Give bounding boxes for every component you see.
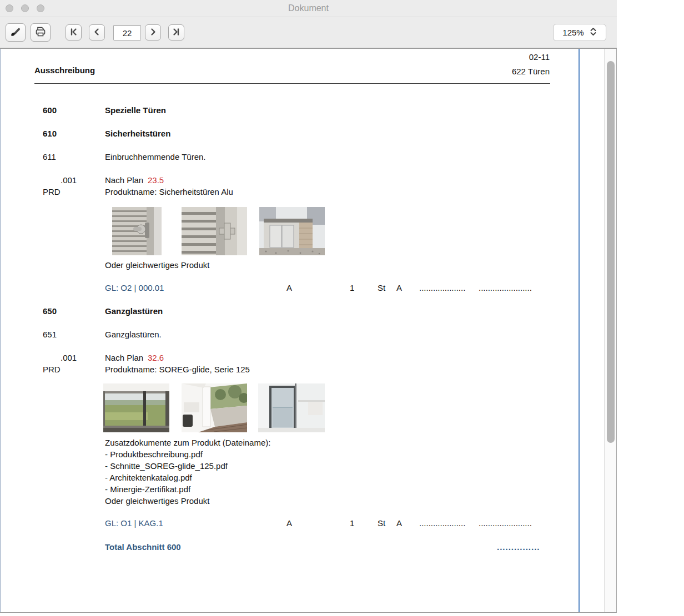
plan-reference: 32.6 bbox=[148, 353, 164, 362]
product-photo bbox=[112, 207, 162, 255]
last-page-icon bbox=[172, 27, 181, 38]
subposition-row: .001 Nach Plan 23.5 bbox=[1, 175, 579, 185]
gl-quantity: 1 bbox=[350, 283, 354, 292]
document-viewer-window: Dokument bbox=[0, 0, 617, 614]
section-total-dots: ............... bbox=[497, 542, 540, 552]
section-code: 610 bbox=[43, 129, 57, 138]
doc-file-row: - Produktbeschreibung.pdf bbox=[1, 450, 579, 460]
unit-price-dots: .................... bbox=[419, 283, 465, 292]
position-title: Ganzglastüren. bbox=[105, 330, 162, 339]
prd-label: PRD bbox=[43, 365, 61, 374]
section-code: 650 bbox=[43, 306, 57, 316]
previous-page-button[interactable] bbox=[89, 24, 105, 41]
section-title: Ganzglastüren bbox=[105, 306, 163, 316]
product-name: Produktname: Sicherheitstüren Alu bbox=[105, 187, 233, 196]
gl-col-a2: A bbox=[396, 518, 402, 528]
titlebar: Dokument bbox=[0, 0, 617, 17]
total-price-dots: ....................... bbox=[479, 518, 532, 528]
toolbar: 125% bbox=[0, 17, 617, 49]
section-code: 600 bbox=[43, 105, 57, 115]
stepper-up-down-icon bbox=[590, 27, 597, 38]
product-photo bbox=[103, 383, 169, 432]
printer-icon bbox=[34, 26, 47, 39]
section-total-label: Total Abschnitt 600 bbox=[105, 542, 181, 552]
chevron-right-icon bbox=[148, 27, 158, 38]
product-name: Produktname: SOREG-glide, Serie 125 bbox=[105, 365, 250, 374]
document-viewport: 02-11 622 Türen Ausschreibung 600 Spezie… bbox=[0, 49, 617, 613]
zoom-level-stepper[interactable]: 125% bbox=[553, 24, 606, 41]
plan-label: Nach Plan bbox=[105, 175, 143, 185]
page-margin-guide-line bbox=[579, 49, 580, 612]
scrollbar-thumb[interactable] bbox=[607, 61, 615, 443]
vertical-scrollbar[interactable] bbox=[604, 49, 616, 612]
first-page-button[interactable] bbox=[66, 24, 82, 41]
gl-col-a: A bbox=[286, 283, 292, 292]
section-title: Sicherheitstüren bbox=[105, 129, 170, 138]
product-row: PRD Produktname: SOREG-glide, Serie 125 bbox=[1, 365, 579, 375]
product-row: PRD Produktname: Sicherheitstüren Alu bbox=[1, 187, 579, 197]
doc-meta-code: 02-11 bbox=[529, 52, 550, 62]
document-page: 02-11 622 Türen Ausschreibung 600 Spezie… bbox=[0, 49, 604, 612]
position-row-611: 611 Einbruchhemmende Türen. bbox=[1, 152, 579, 162]
position-row-651: 651 Ganzglastüren. bbox=[1, 330, 579, 340]
first-page-icon bbox=[69, 27, 78, 38]
header-rule bbox=[34, 83, 550, 84]
doc-file-name: - Schnitte_SOREG-glide_125.pdf bbox=[105, 461, 228, 471]
zoom-level-value: 125% bbox=[562, 28, 584, 37]
doc-file-name: - Minergie-Zertifikat.pdf bbox=[105, 484, 190, 494]
gl-unit: St bbox=[378, 518, 385, 528]
gl-reference: GL: O1 | KAG.1 bbox=[105, 518, 163, 528]
position-code: 611 bbox=[43, 152, 56, 161]
paintbrush-icon bbox=[9, 26, 22, 39]
section-row-610: 610 Sicherheitstüren bbox=[1, 129, 579, 139]
gl-col-a2: A bbox=[396, 283, 402, 292]
position-title: Einbruchhemmende Türen. bbox=[105, 152, 206, 161]
page-number-input[interactable] bbox=[113, 25, 141, 41]
gl-col-a: A bbox=[286, 518, 292, 528]
section-row-650: 650 Ganzglastüren bbox=[1, 306, 579, 316]
product-photo bbox=[259, 207, 325, 255]
print-button[interactable] bbox=[31, 23, 51, 42]
docs-heading: Zusatzdokumente zum Produkt (Dateiname): bbox=[105, 438, 270, 447]
unit-price-dots: .................... bbox=[419, 518, 465, 528]
product-photo bbox=[182, 383, 247, 432]
product-photo bbox=[182, 207, 247, 255]
gl-unit: St bbox=[378, 283, 385, 292]
docs-heading-row: Zusatzdokumente zum Produkt (Dateiname): bbox=[1, 438, 579, 448]
equivalent-note: Oder gleichwertiges Produkt bbox=[105, 260, 209, 270]
equivalent-note-row: Oder gleichwertiges Produkt bbox=[1, 260, 579, 270]
doc-file-name: - Produktbeschreibung.pdf bbox=[105, 450, 203, 459]
gl-quantity: 1 bbox=[350, 518, 354, 528]
doc-file-row: - Schnitte_SOREG-glide_125.pdf bbox=[1, 461, 579, 471]
doc-title: Ausschreibung bbox=[34, 65, 95, 75]
subposition-code: .001 bbox=[61, 353, 77, 362]
gl-line: GL: O2 | 000.01 A 1 St A ...............… bbox=[1, 283, 579, 293]
gl-line: GL: O1 | KAG.1 A 1 St A ................… bbox=[1, 518, 579, 528]
doc-file-row: - Minergie-Zertifikat.pdf bbox=[1, 484, 579, 494]
subposition-row: .001 Nach Plan 32.6 bbox=[1, 353, 579, 363]
position-code: 651 bbox=[43, 330, 57, 339]
plan-reference: 23.5 bbox=[148, 175, 164, 185]
section-row-600: 600 Spezielle Türen bbox=[1, 105, 579, 115]
equivalent-note: Oder gleichwertiges Produkt bbox=[105, 496, 209, 506]
format-brush-button[interactable] bbox=[6, 23, 26, 42]
chevron-left-icon bbox=[92, 27, 102, 38]
window-title: Dokument bbox=[0, 0, 617, 17]
doc-file-name: - Architektenkatalog.pdf bbox=[105, 473, 192, 482]
gl-reference: GL: O2 | 000.01 bbox=[105, 283, 164, 292]
section-title: Spezielle Türen bbox=[105, 105, 166, 115]
last-page-button[interactable] bbox=[168, 24, 184, 41]
equivalent-note-row: Oder gleichwertiges Produkt bbox=[1, 496, 579, 506]
section-total-row: Total Abschnitt 600 ............... bbox=[1, 542, 579, 552]
prd-label: PRD bbox=[43, 187, 61, 196]
doc-file-row: - Architektenkatalog.pdf bbox=[1, 473, 579, 483]
product-photo bbox=[258, 383, 325, 432]
subposition-code: .001 bbox=[61, 175, 77, 185]
next-page-button[interactable] bbox=[145, 24, 161, 41]
plan-label: Nach Plan bbox=[105, 353, 143, 362]
total-price-dots: ....................... bbox=[479, 283, 532, 292]
